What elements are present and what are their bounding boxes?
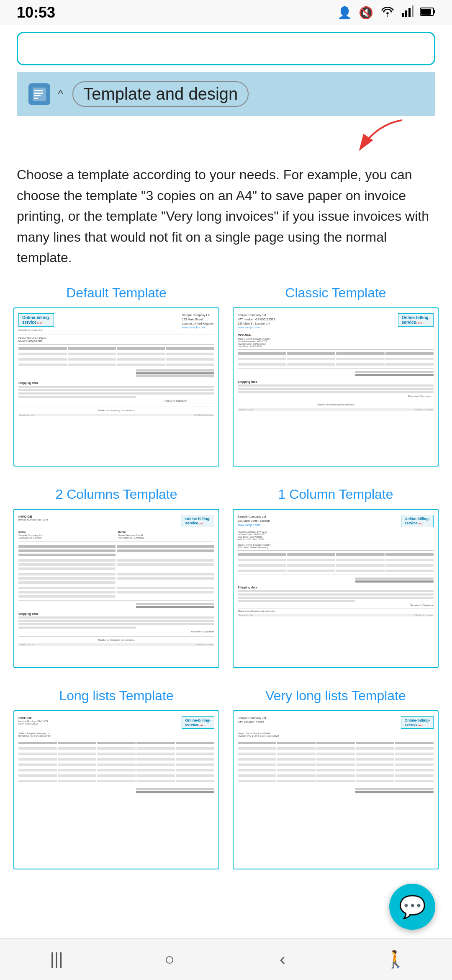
template-label-1col: 1 Column Template (278, 487, 393, 502)
svg-rect-7 (33, 88, 46, 101)
accessibility-icon: 🚶 (385, 949, 406, 969)
template-preview-default[interactable]: Online-billing-service●●●● Sample Compan… (13, 307, 219, 467)
template-preview-1col[interactable]: Sample Company Ltd 123 Main Street, Lond… (233, 509, 439, 668)
chat-button[interactable]: 💬 (389, 884, 435, 930)
nav-back[interactable]: ‹ (266, 947, 299, 972)
top-card (17, 32, 435, 65)
user-icon: 👤 (337, 6, 352, 20)
template-grid: Default Template Online-billing-service●… (13, 285, 439, 895)
section-title[interactable]: Template and design (72, 81, 249, 107)
chat-icon: 💬 (399, 894, 426, 920)
template-item-default[interactable]: Default Template Online-billing-service●… (13, 285, 219, 467)
recent-apps-icon: ||| (50, 950, 63, 969)
template-preview-classic[interactable]: Sample Company Ltd VAT number: GB 000112… (233, 307, 439, 467)
template-label-classic: Classic Template (285, 285, 386, 301)
template-label-default: Default Template (66, 285, 167, 301)
template-preview-longlist[interactable]: INVOICE Invoice Number: INV-1179Date: 10… (13, 710, 219, 869)
svg-rect-2 (408, 8, 411, 17)
svg-rect-0 (402, 13, 404, 17)
back-icon: ‹ (280, 950, 285, 969)
section-icon (28, 83, 50, 105)
svg-rect-5 (434, 10, 435, 13)
svg-rect-9 (34, 93, 43, 94)
bottom-nav: ||| ○ ‹ 🚶 (0, 938, 452, 980)
template-label-verylonglist: Very long lists Template (265, 688, 406, 704)
section-header[interactable]: ^ Template and design (17, 72, 435, 116)
status-icons: 👤 🔇 (337, 5, 435, 20)
template-preview-verylonglist[interactable]: Sample Company Ltd VAT: GB 000112579 Onl… (233, 710, 439, 869)
battery-icon (420, 6, 435, 19)
section-toggle[interactable]: ^ (58, 88, 63, 101)
home-icon: ○ (164, 950, 175, 969)
mute-icon: 🔇 (359, 6, 373, 20)
svg-rect-11 (34, 98, 38, 99)
template-item-verylonglist[interactable]: Very long lists Template Sample Company … (233, 688, 439, 869)
template-label-2col: 2 Columns Template (55, 487, 177, 502)
template-item-2col[interactable]: 2 Columns Template INVOICE Invoice Numbe… (13, 487, 219, 668)
svg-rect-1 (405, 10, 407, 17)
status-bar: 10:53 👤 🔇 (0, 0, 452, 25)
description-text: Choose a template according to your need… (17, 165, 435, 268)
status-time: 10:53 (17, 4, 55, 21)
nav-recent-apps[interactable]: ||| (40, 947, 73, 972)
nav-home[interactable]: ○ (153, 947, 186, 972)
template-preview-2col[interactable]: INVOICE Invoice Number: INV-1279 Online-… (13, 509, 219, 668)
svg-rect-3 (412, 5, 413, 17)
svg-rect-10 (34, 95, 41, 96)
signal-icon (402, 5, 413, 20)
nav-accessibility[interactable]: 🚶 (379, 947, 412, 972)
template-label-longlist: Long lists Template (59, 688, 173, 704)
template-item-classic[interactable]: Classic Template Sample Company Ltd VAT … (233, 285, 439, 467)
arrow-svg (335, 116, 410, 158)
svg-rect-8 (34, 90, 43, 91)
template-item-longlist[interactable]: Long lists Template INVOICE Invoice Numb… (13, 688, 219, 869)
template-item-1col[interactable]: 1 Column Template Sample Company Ltd 123… (233, 487, 439, 668)
arrow-annotation (17, 116, 435, 158)
svg-rect-6 (421, 9, 431, 15)
wifi-icon (380, 5, 395, 20)
